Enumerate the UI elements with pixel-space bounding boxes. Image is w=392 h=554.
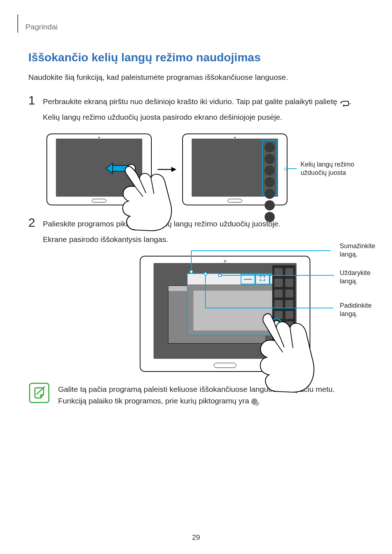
- minimize-button[interactable]: —: [241, 274, 255, 284]
- intro-text: Naudokite šią funkciją, kad paleistumėte…: [28, 71, 364, 83]
- transition-arrow-icon: [157, 166, 177, 173]
- step-2-text-line2: Ekrane pasirodo iššokantysis langas.: [43, 233, 364, 246]
- popup-window-front: — ✕: [187, 273, 285, 336]
- figure-2: —⤢× — ✕: [46, 256, 364, 372]
- expand-icon: [260, 275, 265, 283]
- maximize-button[interactable]: [255, 274, 270, 284]
- figure-1: Kelių langų režimo užduočių juosta: [46, 134, 364, 205]
- step-2-text-line1: Palieskite programos piktogramą kelių la…: [43, 218, 364, 230]
- section-name: Pagrindai: [25, 22, 58, 31]
- step-1: 1 Perbraukite ekraną pirštu nuo dešinioj…: [28, 94, 364, 127]
- fig2-callout-maximize: Padidinkite langą.: [336, 301, 372, 319]
- fig2-tablet: —⤢× — ✕: [140, 256, 310, 372]
- back-icon: [339, 98, 350, 106]
- note-line2: Funkciją palaiko tik programos, prie kur…: [58, 395, 335, 407]
- fig1-callout-taskbar: Kelių langų režimo užduočių juosta: [286, 160, 354, 177]
- note-block: Galite tą pačia programą paleisti keliuo…: [29, 383, 364, 407]
- section-header: Pagrindai: [17, 15, 364, 33]
- multiwindow-taskbar-large: [272, 265, 295, 357]
- step-1-number: 1: [28, 94, 43, 106]
- multiwindow-taskbar: [262, 140, 277, 195]
- swipe-arrow-icon: [105, 162, 136, 175]
- step-1-text-line2: Kelių langų režimo užduočių juosta pasir…: [43, 111, 364, 123]
- step-2-number: 2: [28, 216, 43, 229]
- fig2-callout-close: Uždarykite langą.: [336, 269, 371, 286]
- multi-support-icon: [251, 398, 258, 405]
- svg-point-1: [127, 164, 135, 172]
- step-2: 2 Palieskite programos piktogramą kelių …: [28, 216, 364, 249]
- fig2-callout-minimize: Sumažinkite langą.: [336, 242, 375, 259]
- fig1-tablet-before: [46, 134, 152, 205]
- page-number: 29: [0, 533, 392, 542]
- fig1-tablet-after: [182, 134, 287, 205]
- page-title: Iššokančio kelių langų režimo naudojimas: [28, 51, 364, 64]
- note-line1: Galite tą pačia programą paleisti keliuo…: [58, 383, 335, 395]
- note-icon: [29, 383, 49, 403]
- step-1-text-line1: Perbraukite ekraną pirštu nuo dešiniojo …: [43, 95, 364, 108]
